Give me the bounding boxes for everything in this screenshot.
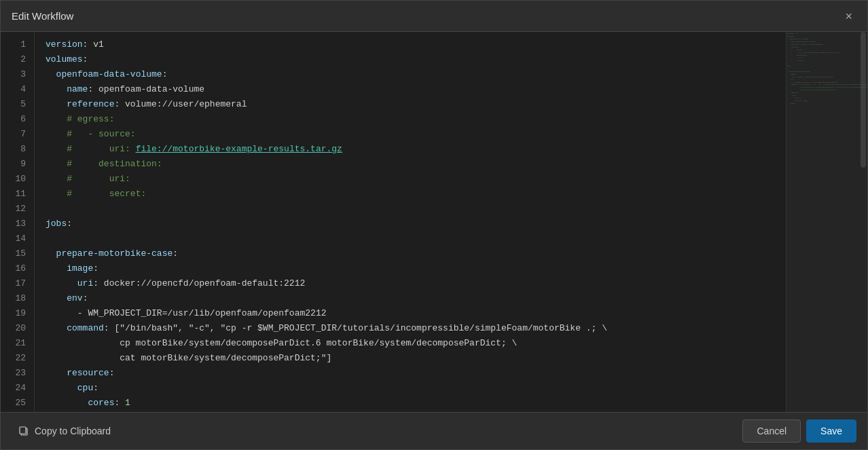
code-line: cpu:	[46, 381, 786, 396]
modal-title: Edit Workflow	[12, 10, 73, 22]
line-number: 7	[1, 127, 34, 142]
save-button[interactable]: Save	[806, 419, 856, 443]
line-number: 2	[1, 52, 34, 67]
line-number: 3	[1, 67, 34, 82]
line-number: 20	[1, 321, 34, 336]
code-line: volumes:	[46, 52, 786, 67]
line-number: 23	[1, 366, 34, 381]
code-line: cat motorBike/system/decomposeParDict;"]	[46, 351, 786, 366]
code-line: cores: 1	[46, 396, 786, 411]
code-line: jobs:	[46, 217, 786, 231]
line-number: 18	[1, 291, 34, 306]
code-line: name: openfoam-data-volume	[46, 82, 786, 97]
footer-actions: Cancel Save	[742, 419, 856, 443]
code-line: reference: volume://user/ephemeral	[46, 97, 786, 112]
code-line: prepare-motorbike-case:	[46, 246, 786, 261]
code-line: resource:	[46, 366, 786, 381]
minimap: version: v1volumes: openfoam-data-volume…	[786, 32, 867, 412]
minimap-content: version: v1volumes: openfoam-data-volume…	[786, 32, 860, 105]
line-number: 17	[1, 276, 34, 291]
code-line: openfoam-data-volume:	[46, 67, 786, 82]
line-number: 24	[1, 381, 34, 396]
code-line: env:	[46, 291, 786, 306]
copy-to-clipboard-button[interactable]: Copy to Clipboard	[12, 421, 117, 440]
line-number: 14	[1, 231, 34, 246]
svg-rect-1	[20, 427, 26, 434]
line-number: 6	[1, 112, 34, 127]
modal-header: Edit Workflow ×	[1, 1, 867, 32]
copy-label: Copy to Clipboard	[35, 426, 111, 436]
line-number: 10	[1, 172, 34, 187]
line-number: 15	[1, 246, 34, 261]
line-number: 25	[1, 396, 34, 411]
edit-workflow-modal: Edit Workflow × 123456789101112131415161…	[0, 0, 868, 450]
code-line: # destination:	[46, 157, 786, 172]
line-number: 1	[1, 37, 34, 52]
line-number: 11	[1, 187, 34, 202]
line-number: 13	[1, 217, 34, 231]
code-link[interactable]: file://motorbike-example-results.tar.gz	[136, 144, 342, 154]
code-line: affinity: NUMA	[46, 411, 786, 412]
code-line: # uri: file://motorbike-example-results.…	[46, 142, 786, 157]
code-line: # secret:	[46, 187, 786, 202]
line-number: 4	[1, 82, 34, 97]
code-line: # egress:	[46, 112, 786, 127]
line-number: 9	[1, 157, 34, 172]
line-number: 22	[1, 351, 34, 366]
code-content[interactable]: version: v1volumes: openfoam-data-volume…	[35, 32, 786, 412]
cancel-button[interactable]: Cancel	[742, 419, 801, 443]
line-number: 21	[1, 336, 34, 351]
minimap-slider	[861, 32, 866, 168]
copy-icon	[18, 426, 29, 436]
line-number: 19	[1, 306, 34, 321]
close-button[interactable]: ×	[841, 9, 856, 24]
modal-overlay: Edit Workflow × 123456789101112131415161…	[0, 0, 868, 450]
code-line: image:	[46, 261, 786, 276]
line-number: 26	[1, 411, 34, 412]
code-line: command: ["/bin/bash", "-c", "cp -r $WM_…	[46, 321, 786, 336]
line-number: 16	[1, 261, 34, 276]
code-line: - WM_PROJECT_DIR=/usr/lib/openfoam/openf…	[46, 306, 786, 321]
line-number: 12	[1, 202, 34, 217]
code-line: version: v1	[46, 37, 786, 52]
code-line	[46, 202, 786, 217]
line-numbers: 1234567891011121314151617181920212223242…	[1, 32, 35, 412]
code-line: uri: docker://opencfd/openfoam-default:2…	[46, 276, 786, 291]
code-line: cp motorBike/system/decomposeParDict.6 m…	[46, 336, 786, 351]
line-number: 5	[1, 97, 34, 112]
editor-area[interactable]: 1234567891011121314151617181920212223242…	[1, 32, 786, 412]
code-line	[46, 231, 786, 246]
line-number: 8	[1, 142, 34, 157]
modal-footer: Copy to Clipboard Cancel Save	[1, 412, 867, 449]
modal-body: 1234567891011121314151617181920212223242…	[1, 32, 867, 412]
code-line: # uri:	[46, 172, 786, 187]
code-line: # - source:	[46, 127, 786, 142]
